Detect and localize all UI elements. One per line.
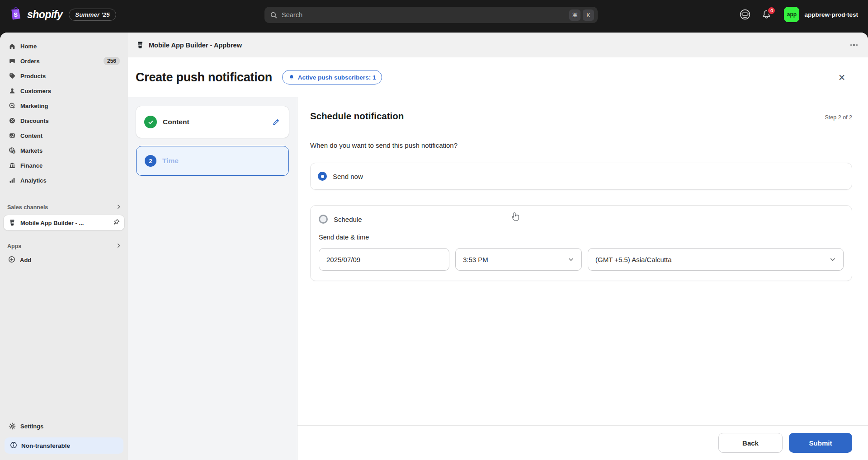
- schedule-heading: Schedule notification: [310, 111, 404, 122]
- circle-plus-icon: [8, 256, 15, 264]
- time-select[interactable]: 3:53 PM: [455, 248, 582, 271]
- sidebar-item-discounts[interactable]: Discounts: [4, 113, 124, 128]
- apps-header[interactable]: Apps: [0, 239, 128, 253]
- sidebar-item-marketing[interactable]: Marketing: [4, 99, 124, 113]
- radio-selected-icon[interactable]: [318, 172, 327, 181]
- wizard-footer: Back Submit: [297, 425, 868, 460]
- shopify-logo[interactable]: S shopify Summer ’25: [8, 5, 116, 24]
- sidebar-item-customers[interactable]: Customers: [4, 84, 124, 98]
- timezone-select[interactable]: (GMT +5.5) Asia/Calcutta: [588, 248, 844, 271]
- globe-dollar-icon: $: [8, 147, 16, 155]
- chevron-right-icon: [116, 204, 122, 211]
- schedule-question: When do you want to send this push notif…: [310, 141, 852, 149]
- step-indicator: Step 2 of 2: [825, 114, 852, 121]
- release-badge: Summer ’25: [69, 9, 116, 21]
- orders-count-badge: 256: [104, 57, 120, 65]
- person-icon: [8, 87, 16, 95]
- edit-pencil-icon[interactable]: [272, 117, 281, 127]
- search-bar[interactable]: ⌘ K: [264, 7, 598, 23]
- sidebar-item-settings[interactable]: Settings: [4, 419, 124, 433]
- search-input[interactable]: [282, 11, 567, 19]
- bank-icon: [8, 162, 16, 169]
- coffee-cup-icon: [8, 219, 16, 227]
- sidebar-item-finance[interactable]: Finance: [4, 158, 124, 173]
- store-menu[interactable]: app appbrew-prod-test: [781, 5, 861, 24]
- home-icon: [8, 42, 16, 50]
- bar-chart-icon: [8, 177, 16, 184]
- k-key: K: [583, 9, 594, 21]
- notification-count-badge: 4: [767, 6, 776, 15]
- gear-icon: [8, 422, 16, 430]
- sidebar-item-orders[interactable]: Orders 256: [4, 54, 124, 68]
- sidebar: Home Orders 256 Products Customers Marke…: [0, 33, 128, 460]
- step-content[interactable]: Content: [136, 106, 289, 138]
- sidebar-item-products[interactable]: Products: [4, 69, 124, 83]
- send-date-time-label: Send date & time: [319, 234, 844, 241]
- sidekick-icon[interactable]: [738, 8, 752, 21]
- shopify-bag-icon: S: [8, 6, 23, 23]
- back-button[interactable]: Back: [718, 433, 783, 453]
- orders-icon: [8, 57, 16, 65]
- active-subscribers-badge: Active push subscribers: 1: [282, 70, 382, 84]
- non-transferable-banner[interactable]: Non-transferable: [5, 437, 123, 454]
- sidebar-item-analytics[interactable]: Analytics: [4, 173, 124, 188]
- pin-icon[interactable]: [113, 219, 120, 227]
- chevron-down-icon: [568, 256, 574, 263]
- sidebar-item-markets[interactable]: $ Markets: [4, 143, 124, 158]
- sales-channels-header[interactable]: Sales channels: [0, 201, 128, 214]
- app-title: Mobile App Builder - Appbrew: [149, 42, 843, 49]
- sidebar-item-mobile-app-builder[interactable]: Mobile App Builder - ...: [4, 215, 124, 230]
- submit-button[interactable]: Submit: [789, 433, 852, 453]
- date-input[interactable]: [319, 248, 449, 271]
- topbar: S shopify Summer ’25 ⌘ K 4 app appbrew-p…: [0, 0, 868, 33]
- store-avatar: app: [784, 7, 799, 22]
- coffee-cup-icon: [136, 41, 145, 50]
- date-input-value[interactable]: [326, 256, 442, 263]
- search-icon: [270, 11, 278, 19]
- step-time[interactable]: 2 Time: [136, 146, 289, 176]
- chevron-right-icon: [116, 243, 122, 250]
- sidebar-item-content[interactable]: Content: [4, 128, 124, 143]
- check-circle-icon: [144, 116, 157, 128]
- send-now-option[interactable]: Send now: [310, 163, 852, 190]
- sidebar-item-home[interactable]: Home: [4, 39, 124, 53]
- radio-unselected-icon[interactable]: [319, 215, 328, 224]
- bell-icon: [288, 74, 295, 80]
- page-title: Create push notification: [136, 70, 272, 84]
- chevron-down-icon: [830, 256, 836, 263]
- cmd-key: ⌘: [569, 9, 580, 21]
- steps-panel: Content 2 Time: [128, 97, 297, 460]
- more-options-button[interactable]: [847, 39, 861, 51]
- close-icon[interactable]: ×: [835, 71, 848, 84]
- discount-badge-icon: [8, 117, 16, 125]
- schedule-option[interactable]: Schedule Send date & time 3:53 PM: [310, 205, 852, 281]
- store-name: appbrew-prod-test: [804, 11, 858, 18]
- target-icon: [8, 102, 16, 110]
- notifications-bell-icon[interactable]: 4: [761, 9, 772, 20]
- shopify-wordmark: shopify: [27, 9, 62, 21]
- info-icon: [10, 441, 17, 450]
- add-app-button[interactable]: Add: [4, 253, 124, 267]
- tag-icon: [8, 72, 16, 80]
- svg-text:S: S: [14, 11, 18, 18]
- step-number: 2: [145, 155, 156, 167]
- mouse-cursor-hand: [509, 211, 522, 225]
- media-icon: [8, 132, 16, 140]
- app-header: Mobile App Builder - Appbrew: [128, 33, 868, 57]
- svg-text:$: $: [13, 150, 14, 153]
